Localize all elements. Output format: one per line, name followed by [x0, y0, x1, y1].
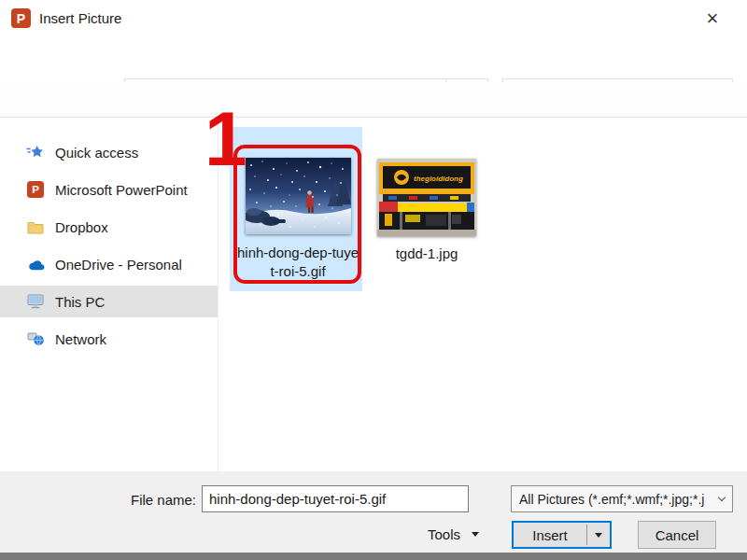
- powerpoint-icon: P: [26, 181, 45, 198]
- tools-label: Tools: [428, 526, 460, 542]
- close-button[interactable]: ×: [693, 5, 732, 33]
- network-globe-icon: [26, 330, 45, 347]
- insert-split-button[interactable]: Insert: [512, 521, 612, 549]
- svg-text:P: P: [32, 184, 39, 195]
- sidebar-item-label: Network: [55, 331, 106, 347]
- file-type-value: All Pictures (*.emf;*.wmf;*.jpg;*.j: [519, 492, 704, 507]
- sidebar-item-label: This PC: [55, 294, 105, 310]
- chevron-down-icon: [718, 494, 726, 501]
- powerpoint-app-icon: P: [11, 8, 31, 28]
- insert-dropdown-arrow[interactable]: [587, 523, 610, 547]
- navigation-bar: « Documents TGDD: [0, 37, 747, 82]
- chevron-down-icon: [472, 532, 479, 537]
- file-type-dropdown[interactable]: All Pictures (*.emf;*.wmf;*.jpg;*.j: [511, 485, 733, 512]
- window-bottom-edge: [0, 553, 747, 560]
- sidebar-item-dropbox[interactable]: Dropbox: [0, 211, 218, 243]
- dropbox-folder-icon: [26, 218, 45, 235]
- window-title: Insert Picture: [39, 10, 121, 26]
- file-name-field-label: File name:: [131, 492, 196, 508]
- insert-picture-dialog: P Insert Picture ×: [0, 0, 747, 560]
- insert-button[interactable]: Insert: [514, 523, 586, 547]
- onedrive-cloud-icon: [26, 256, 45, 273]
- quick-access-star-icon: [26, 144, 45, 161]
- file-thumbnail-tgdd-jpg[interactable]: thegioididong: [377, 159, 476, 236]
- file-name-label: tgdd-1.jpg: [368, 245, 486, 263]
- thegioididong-storefront-image: thegioididong: [377, 159, 476, 236]
- sidebar-item-quick-access[interactable]: Quick access: [0, 136, 218, 168]
- sidebar-item-label: OneDrive - Personal: [55, 257, 182, 273]
- sidebar-item-network[interactable]: Network: [0, 323, 218, 355]
- title-bar: P Insert Picture ×: [0, 0, 747, 37]
- sidebar-item-this-pc[interactable]: This PC: [0, 286, 218, 317]
- svg-text:thegioididong: thegioididong: [414, 175, 463, 183]
- file-name-label: hinh-dong-dep-tuyet-roi-5.gif: [235, 244, 360, 281]
- cancel-button[interactable]: Cancel: [638, 521, 716, 549]
- sidebar-item-label: Dropbox: [55, 219, 108, 235]
- sidebar-item-label: Quick access: [55, 145, 138, 161]
- tools-menu[interactable]: Tools: [428, 526, 479, 542]
- command-bar: Organize New folder ?: [0, 82, 747, 118]
- sidebar-item-microsoft-powerpoint[interactable]: P Microsoft PowerPoint: [0, 174, 218, 205]
- snow-night-scene-image: [246, 158, 351, 234]
- sidebar-item-onedrive-personal[interactable]: OneDrive - Personal: [0, 248, 218, 280]
- sidebar-item-label: Microsoft PowerPoint: [55, 182, 188, 198]
- this-pc-monitor-icon: [26, 293, 45, 310]
- file-thumbnail-snow-gif[interactable]: [246, 158, 351, 234]
- sidebar-divider: [218, 118, 218, 471]
- file-name-input[interactable]: [202, 485, 469, 512]
- chevron-down-icon: [595, 533, 602, 538]
